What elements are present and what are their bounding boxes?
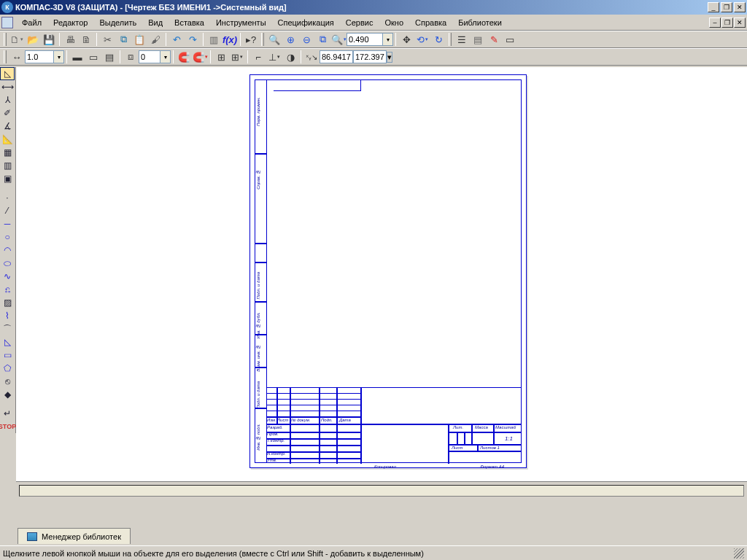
coord-y-field[interactable] (353, 50, 387, 63)
contour-tool[interactable]: ⬠ (0, 362, 15, 375)
layer-style-2[interactable]: ▭ (85, 49, 101, 65)
chamfer-tool[interactable]: ◺ (0, 335, 15, 349)
snap-toggle-button[interactable]: 🧲 (176, 49, 192, 65)
collect-tool[interactable]: ◆ (0, 388, 15, 401)
save-button[interactable]: 💾 (41, 31, 57, 47)
grid-button[interactable]: ⊞ (213, 49, 229, 65)
aux-line-tool[interactable]: ⁄ (0, 204, 15, 217)
zoom-scale-button[interactable]: 🔍 (330, 31, 347, 47)
layer-arrow[interactable]: ▾ (160, 50, 171, 63)
minimize-button[interactable]: _ (708, 2, 719, 12)
annotations-panel-button[interactable]: ⅄ (0, 93, 15, 106)
edit-panel-button[interactable]: ✐ (0, 106, 15, 120)
polyline-tool[interactable]: ⌇ (0, 309, 15, 322)
rectangle-tool[interactable]: ▭ (0, 349, 15, 362)
fillet-tool[interactable]: ⌒ (0, 322, 15, 335)
round-button[interactable]: ◑ (282, 49, 298, 65)
menu-help[interactable]: Справка (409, 17, 452, 28)
layer-input[interactable] (139, 50, 160, 63)
grid-settings-button[interactable]: ⊞ (229, 49, 245, 65)
layer-style-3[interactable]: ▤ (101, 49, 117, 65)
lineweight-arrow[interactable]: ▾ (54, 50, 64, 63)
mdi-minimize-button[interactable]: – (709, 18, 721, 28)
resize-grip[interactable] (734, 548, 744, 559)
spline-tool[interactable]: ∿ (0, 270, 15, 283)
restore-button[interactable]: ❐ (721, 2, 732, 12)
library-manager-button[interactable]: ▥ (206, 31, 222, 47)
library-manager-tab[interactable]: Менеджер библиотек (18, 528, 131, 544)
variables-button[interactable]: f(x) (222, 31, 238, 47)
zoom-fit-button[interactable]: 🔍 (266, 31, 282, 47)
ellipse-tool[interactable]: ⬭ (0, 257, 15, 270)
menu-view[interactable]: Вид (142, 17, 169, 28)
copy-button[interactable]: ⧉ (115, 31, 131, 47)
zoom-out-button[interactable]: ⊖ (298, 31, 314, 47)
redo-button[interactable]: ↷ (185, 31, 201, 47)
zoom-window-button[interactable]: ⧉ (314, 31, 330, 47)
measure-panel-button[interactable]: 📐 (0, 133, 15, 146)
mdi-restore-button[interactable]: ❐ (721, 18, 733, 28)
bezier-tool[interactable]: ⎌ (0, 283, 15, 296)
zoom-dropdown-arrow[interactable]: ▾ (383, 33, 393, 46)
layer-style-1[interactable]: ▬ (69, 49, 85, 65)
menu-tools[interactable]: Инструменты (210, 17, 272, 28)
hscrollbar[interactable] (19, 485, 744, 497)
print-button[interactable]: 🖶 (62, 31, 78, 47)
lineweight-input[interactable] (25, 50, 54, 63)
print-preview-button[interactable]: 🗎 (78, 31, 94, 47)
menu-libraries[interactable]: Библиотеки (452, 17, 508, 28)
coord-dropdown[interactable]: ▾ (387, 52, 392, 63)
menu-file[interactable]: Файл (16, 17, 47, 28)
close-button[interactable]: ✕ (734, 2, 746, 12)
undo-button[interactable]: ↶ (169, 31, 185, 47)
zoom-in-button[interactable]: ⊕ (282, 31, 298, 47)
dimensions-panel-button[interactable]: ⟷ (0, 80, 15, 93)
params-panel-button[interactable]: ∡ (0, 120, 15, 133)
layer-state-button[interactable]: ⧈ (123, 49, 139, 65)
tree-button[interactable]: ☰ (454, 31, 470, 47)
properties-panel-button[interactable]: ▭ (502, 31, 518, 47)
toolbar-grip[interactable] (449, 33, 452, 46)
properties-copy-button[interactable]: 🖌 (147, 31, 163, 47)
arc-tool[interactable]: ◠ (0, 244, 15, 257)
point-tool[interactable]: · (0, 191, 15, 204)
toolbar-grip[interactable] (4, 33, 7, 46)
toolbar-grip[interactable] (261, 33, 264, 46)
snap-settings-button[interactable]: 🧲 (192, 49, 208, 65)
spec-panel-button[interactable]: ▥ (0, 159, 15, 172)
redraw-button[interactable]: ↻ (430, 31, 446, 47)
menu-spec[interactable]: Спецификация (272, 17, 340, 28)
zoom-input[interactable] (347, 33, 383, 46)
edit-state-button[interactable]: ✎ (486, 31, 502, 47)
open-button[interactable]: 📂 (25, 31, 41, 47)
coord-x-field[interactable] (320, 50, 353, 63)
menu-insert[interactable]: Вставка (169, 17, 210, 28)
menu-window[interactable]: Окно (379, 17, 409, 28)
help-pointer-button[interactable]: ▸? (243, 31, 259, 47)
mdi-close-button[interactable]: ✕ (734, 18, 746, 28)
layers-panel-button[interactable]: ▤ (470, 31, 486, 47)
pan-button[interactable]: ✥ (398, 31, 414, 47)
menu-service[interactable]: Сервис (340, 17, 379, 28)
new-button[interactable]: 🗋 (9, 31, 25, 47)
cut-button[interactable]: ✂ (99, 31, 115, 47)
assoc-panel-button[interactable]: ▣ (0, 172, 15, 185)
zoom-combo[interactable]: ▾ (347, 33, 393, 46)
stop-button[interactable]: STOP (0, 420, 15, 433)
lineweight-combo[interactable]: ▾ (25, 50, 64, 63)
coords-button[interactable]: ˣᵧ↘ (303, 49, 320, 65)
line-tool[interactable]: ─ (0, 217, 15, 230)
drawing-area[interactable]: Перв. примен. Справ. № Подп. и дата Инв.… (16, 67, 747, 481)
menu-edit[interactable]: Редактор (47, 17, 93, 28)
layer-combo[interactable]: ▾ (139, 50, 171, 63)
create-object-button[interactable]: ↵ (0, 407, 15, 420)
ortho-button[interactable]: ⊥ (266, 49, 282, 65)
zoom-prev-button[interactable]: ⟲ (414, 31, 430, 47)
toolbar-grip[interactable] (4, 50, 7, 63)
geometry-panel-button[interactable]: ◺ (0, 67, 15, 80)
select-panel-button[interactable]: ▦ (0, 146, 15, 159)
linestyle-button[interactable]: ↔ (9, 49, 25, 65)
local-cs-button[interactable]: ⌐ (250, 49, 266, 65)
hatch-tool[interactable]: ▨ (0, 296, 15, 309)
menu-select[interactable]: Выделить (93, 17, 142, 28)
